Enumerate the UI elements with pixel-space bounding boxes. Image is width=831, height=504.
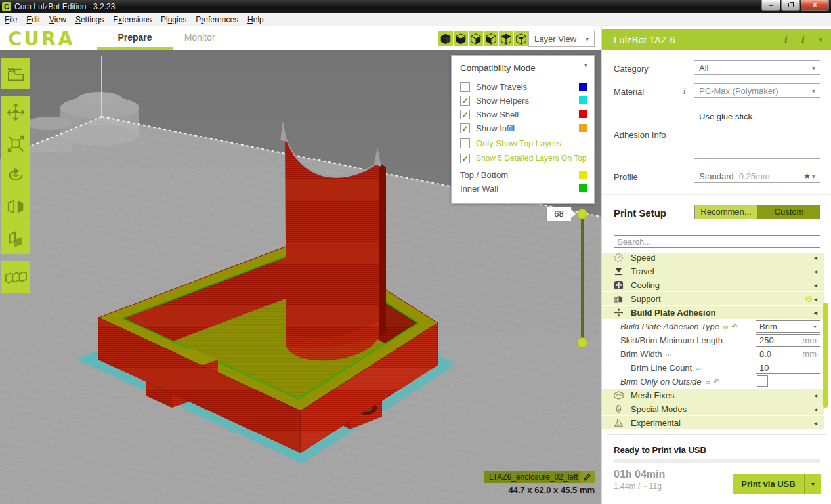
category-cooling[interactable]: Cooling ◂ bbox=[602, 278, 824, 292]
menu-preferences[interactable]: Preferences bbox=[191, 15, 243, 24]
collapse-arrow: ◂ bbox=[814, 419, 817, 427]
machine-header[interactable]: LulzBot TAZ 6 i i ▾ bbox=[602, 29, 831, 50]
layer-slider-lower-handle[interactable] bbox=[577, 337, 587, 348]
rename-model-button[interactable] bbox=[580, 471, 595, 483]
menu-help[interactable]: Help bbox=[243, 15, 268, 24]
show-shell-row[interactable]: Show Shell bbox=[460, 108, 587, 120]
tab-prepare[interactable]: Prepare bbox=[97, 32, 173, 43]
collapse-arrow: ◂ bbox=[814, 309, 817, 316]
extruder-info-icon[interactable]: i bbox=[801, 34, 804, 45]
mirror-icon bbox=[6, 197, 26, 217]
brim-line-count-input[interactable]: 10 bbox=[756, 362, 820, 374]
recommended-mode-button[interactable]: Recommen... bbox=[694, 205, 757, 219]
category-experimental[interactable]: Experimental ◂ bbox=[602, 416, 824, 430]
special-modes-icon bbox=[614, 404, 624, 414]
custom-mode-button[interactable]: Custom bbox=[757, 205, 820, 219]
show-infill-row[interactable]: Show Infill bbox=[460, 122, 587, 134]
view-top-button[interactable] bbox=[469, 32, 483, 46]
infill-color-swatch bbox=[579, 124, 587, 132]
top-bottom-legend: Top / Bottom bbox=[460, 169, 587, 180]
category-support[interactable]: Support ⚙ ◂ bbox=[602, 292, 824, 306]
tab-monitor[interactable]: Monitor bbox=[176, 32, 223, 43]
layer-slider-track[interactable] bbox=[581, 214, 584, 343]
maximize-icon bbox=[788, 3, 794, 7]
setting-brim-only-outside[interactable]: Brim Only on Outside ∞ ↶ bbox=[602, 375, 824, 388]
undo-icon[interactable]: ↶ bbox=[713, 377, 719, 387]
star-icon[interactable]: ★ bbox=[803, 171, 811, 180]
open-file-button[interactable] bbox=[1, 58, 30, 89]
view-3d-button[interactable] bbox=[438, 32, 453, 46]
view-left-button[interactable] bbox=[484, 32, 498, 46]
move-tool[interactable] bbox=[1, 96, 30, 128]
category-dropdown[interactable]: All ▾ bbox=[694, 60, 820, 75]
only-top-layers-row[interactable]: Only Show Top Layers bbox=[460, 137, 587, 149]
detailed-layers-checkbox[interactable] bbox=[460, 154, 470, 163]
per-model-settings-tool[interactable] bbox=[1, 222, 30, 254]
menu-edit[interactable]: Edit bbox=[22, 15, 45, 24]
show-helpers-row[interactable]: Show Helpers bbox=[460, 94, 587, 106]
view-front-button[interactable] bbox=[454, 32, 468, 46]
setting-brim-line-count[interactable]: Brim Line Count ∞ 10 bbox=[602, 361, 824, 375]
profile-dropdown[interactable]: Standard - 0.25mm ★ ▾ bbox=[694, 169, 820, 183]
menu-settings[interactable]: Settings bbox=[71, 15, 108, 24]
adhesion-type-dropdown[interactable]: Brim ▾ bbox=[756, 320, 820, 333]
skirt-min-length-input[interactable]: 250 mm bbox=[756, 334, 820, 346]
window-titlebar: C Cura LulzBot Edition - 3.2.23 – × bbox=[0, 0, 831, 13]
show-helpers-checkbox[interactable] bbox=[460, 96, 470, 106]
helpers-color-swatch bbox=[579, 96, 587, 104]
undo-icon[interactable]: ↶ bbox=[731, 322, 738, 331]
move-icon bbox=[6, 102, 26, 122]
print-via-usb-button[interactable]: Print via USB bbox=[733, 474, 804, 494]
material-dropdown[interactable]: PC-Max (Polymaker) ▾ bbox=[694, 83, 820, 98]
scale-tool[interactable] bbox=[1, 128, 30, 159]
view-mode-dropdown[interactable]: Layer View ▾ bbox=[528, 31, 595, 47]
print-options-dropdown[interactable]: ▾ bbox=[804, 474, 821, 494]
setting-skirt-min-length[interactable]: Skirt/Brim Minimum Length 250 mm bbox=[602, 333, 824, 347]
category-speed[interactable]: Speed ◂ bbox=[602, 253, 824, 264]
minimize-button[interactable]: – bbox=[761, 0, 780, 10]
view-right-button[interactable] bbox=[499, 32, 513, 46]
menu-file[interactable]: File bbox=[0, 15, 22, 24]
open-folder-icon bbox=[6, 64, 26, 83]
collapse-arrow: ◂ bbox=[814, 268, 817, 275]
chevron-down-icon[interactable]: ▾ bbox=[584, 62, 587, 69]
menu-view[interactable]: View bbox=[45, 15, 71, 24]
maximize-button[interactable] bbox=[781, 0, 800, 10]
model-dimensions-label: 44.7 x 62.0 x 45.5 mm bbox=[420, 485, 595, 495]
settings-search-input[interactable] bbox=[614, 235, 820, 248]
3d-viewport[interactable]: Compatibility Mode ▾ Show Travels Show H… bbox=[0, 50, 601, 504]
view-isometric-button[interactable] bbox=[514, 32, 528, 46]
mirror-tool[interactable] bbox=[1, 191, 30, 222]
brim-only-outside-checkbox[interactable] bbox=[757, 375, 768, 387]
category-build-plate-adhesion[interactable]: Build Plate Adhesion ◂ bbox=[602, 306, 824, 320]
gear-icon: ⚙ bbox=[805, 294, 813, 304]
chevron-down-icon[interactable]: ▾ bbox=[819, 35, 822, 44]
only-top-layers-checkbox[interactable] bbox=[460, 138, 470, 148]
material-info-icon[interactable]: i bbox=[683, 86, 686, 96]
menu-extensions[interactable]: Extensions bbox=[108, 15, 156, 24]
arrange-models-button[interactable] bbox=[1, 261, 30, 293]
category-special-modes[interactable]: Special Modes ◂ bbox=[602, 402, 824, 416]
setting-adhesion-type[interactable]: Build Plate Adhesion Type ∞ ↶ Brim ▾ bbox=[602, 320, 824, 333]
category-travel[interactable]: Travel ◂ bbox=[602, 264, 824, 278]
layer-number-tooltip[interactable]: 68 bbox=[546, 207, 572, 221]
show-infill-checkbox[interactable] bbox=[460, 123, 470, 133]
settings-scrollbar[interactable] bbox=[823, 303, 828, 408]
show-travels-checkbox[interactable] bbox=[460, 82, 470, 92]
shell-color-swatch bbox=[579, 110, 587, 118]
model-name-chip[interactable]: LTAZ6_enclosure_02_left bbox=[484, 471, 584, 483]
machine-info-icon[interactable]: i bbox=[784, 34, 787, 45]
brim-width-input[interactable]: 8.0 mm bbox=[756, 348, 820, 360]
rotate-tool[interactable] bbox=[1, 159, 30, 191]
show-travels-row[interactable]: Show Travels bbox=[460, 81, 587, 93]
menu-plugins[interactable]: Plugins bbox=[156, 15, 191, 24]
rotate-icon bbox=[6, 165, 26, 185]
adhesion-info-box: Use glue stick. bbox=[694, 108, 820, 159]
close-button[interactable]: × bbox=[801, 0, 829, 10]
category-mesh-fixes[interactable]: Mesh Fixes ◂ bbox=[602, 388, 824, 402]
cube-front-icon bbox=[454, 32, 467, 45]
setting-brim-width[interactable]: Brim Width ∞ 8.0 mm bbox=[602, 347, 824, 361]
show-shell-checkbox[interactable] bbox=[460, 110, 470, 119]
detailed-layers-row[interactable]: Show 5 Detailed Layers On Top bbox=[460, 152, 587, 164]
layer-slider-upper-handle[interactable] bbox=[577, 209, 587, 219]
